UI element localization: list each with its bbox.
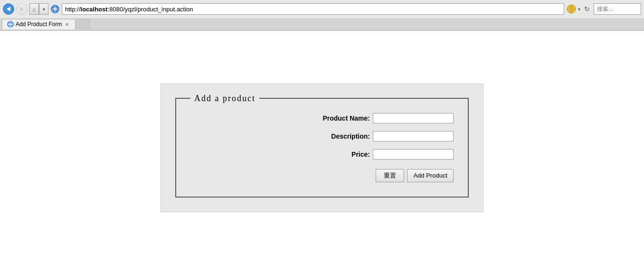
new-tab-area <box>76 19 90 29</box>
refresh-button[interactable]: ↻ <box>582 4 592 14</box>
form-outer-container: Add a product Product Name: Description:… <box>161 84 483 212</box>
product-form-fieldset: Add a product Product Name: Description:… <box>175 94 469 198</box>
browser-toolbar: ⌂ ▾ http://localhost:8080/yqzl/product_i… <box>0 0 644 18</box>
url-prefix: http:// <box>65 6 81 13</box>
tab-bar: Add Product Form ✕ <box>0 18 644 30</box>
price-input[interactable] <box>373 149 454 160</box>
browser-chrome: ⌂ ▾ http://localhost:8080/yqzl/product_i… <box>0 0 644 31</box>
add-product-button[interactable]: Add Product <box>407 169 454 182</box>
toolbar-right: ▾ ↻ <box>566 3 641 15</box>
page-content: Add a product Product Name: Description:… <box>0 31 644 264</box>
forward-button[interactable] <box>16 3 28 15</box>
svg-marker-0 <box>7 7 10 11</box>
description-row: Description: <box>190 131 454 141</box>
address-bar-container: http://localhost:8080/yqzl/product_input… <box>62 3 564 15</box>
globe-icon <box>566 4 577 14</box>
form-legend: Add a product <box>190 94 259 104</box>
price-row: Price: <box>190 149 454 160</box>
url-bold: localhost <box>81 6 108 13</box>
product-name-label: Product Name: <box>322 114 370 122</box>
home-button[interactable]: ⌂ <box>29 3 39 15</box>
description-input[interactable] <box>373 131 454 141</box>
address-bar[interactable]: http://localhost:8080/yqzl/product_input… <box>62 3 564 15</box>
price-label: Price: <box>351 151 370 158</box>
tab-add-product-form[interactable]: Add Product Form ✕ <box>2 19 76 29</box>
tab-label: Add Product Form <box>16 21 62 28</box>
description-label: Description: <box>331 132 370 140</box>
form-buttons: 重置 Add Product <box>190 169 454 182</box>
ie-icon <box>50 4 60 14</box>
product-name-row: Product Name: <box>190 113 454 123</box>
globe-dropdown-icon[interactable]: ▾ <box>578 7 580 12</box>
url-suffix: :8080/yqzl/product_input.action <box>108 6 193 13</box>
dropdown-button[interactable]: ▾ <box>39 3 48 15</box>
back-button[interactable] <box>3 3 14 15</box>
tab-close-button[interactable]: ✕ <box>64 21 70 28</box>
svg-marker-1 <box>20 7 24 11</box>
reset-button[interactable]: 重置 <box>376 169 404 182</box>
search-input[interactable] <box>594 3 641 15</box>
product-name-input[interactable] <box>373 113 454 123</box>
nav-button-group: ⌂ ▾ <box>29 3 48 15</box>
tab-favicon <box>7 21 14 28</box>
